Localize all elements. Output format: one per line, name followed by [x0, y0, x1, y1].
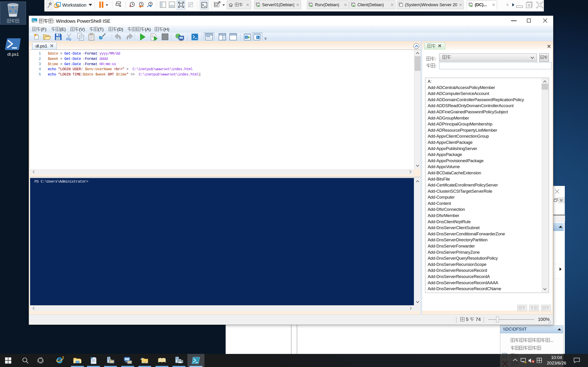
svg-text:%: % [215, 4, 217, 6]
